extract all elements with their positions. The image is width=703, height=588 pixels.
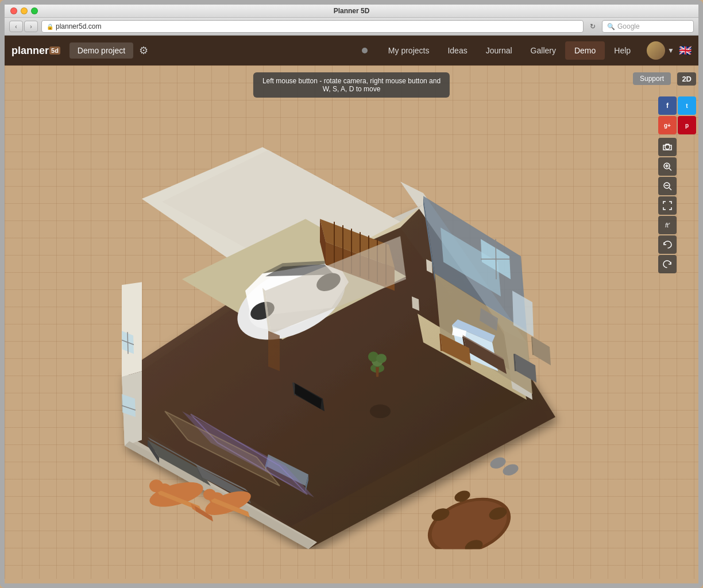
nav-links: My projects Ideas Journal Gallery Demo H… [379,41,640,60]
svg-point-54 [149,479,163,492]
language-flag[interactable]: 🇬🇧 [679,44,692,57]
user-menu-arrow[interactable]: ▼ [667,47,674,55]
svg-marker-71 [376,367,379,377]
svg-marker-80 [532,336,551,365]
app-navbar: planner 5d Demo project ⚙ My projects Id… [5,36,698,65]
right-sidebar: f t g+ p [658,96,696,273]
logo-text: planner [11,45,49,57]
nav-help[interactable]: Help [605,41,640,60]
settings-icon[interactable]: ⚙ [139,44,148,57]
lock-icon: 🔒 [47,24,53,30]
address-bar-row: ‹ › 🔒 planner5d.com ↻ 🔍 Google [5,18,698,35]
googleplus-button[interactable]: g+ [658,116,677,134]
svg-point-70 [376,354,387,363]
undo-button[interactable] [658,235,677,254]
nav-my-projects[interactable]: My projects [379,41,439,60]
measure-button[interactable]: ft' [658,216,677,234]
tooltip-text: Left mouse button - rotate camera, right… [262,77,441,93]
fullscreen-button[interactable] [658,196,677,215]
forward-button[interactable]: › [24,21,38,32]
back-button[interactable]: ‹ [9,21,23,32]
svg-marker-6 [122,282,142,377]
svg-line-106 [669,168,671,171]
search-placeholder: Google [617,22,640,30]
search-icon: 🔍 [607,23,615,30]
address-text: planner5d.com [56,22,101,30]
main-content: Left mouse button - rotate camera, right… [5,65,698,579]
nav-gallery[interactable]: Gallery [522,41,565,60]
refresh-button[interactable]: ↻ [587,21,598,32]
project-name[interactable]: Demo project [69,42,133,59]
maximize-button[interactable] [31,7,38,14]
support-button[interactable]: Support [633,72,671,85]
zoom-in-button[interactable] [658,157,677,176]
title-bar: Planner 5D [5,5,698,18]
measure-label: ft' [665,222,670,229]
screenshot-button[interactable] [658,138,677,156]
close-button[interactable] [10,7,17,14]
nav-buttons: ‹ › [9,21,38,32]
browser-title: Planner 5D [334,7,370,15]
nav-demo[interactable]: Demo [565,41,605,60]
view-2d-button[interactable]: 2D [677,72,696,86]
browser-chrome: Planner 5D ‹ › 🔒 planner5d.com ↻ 🔍 Googl… [5,5,698,36]
svg-line-98 [128,332,128,354]
logo[interactable]: planner 5d [11,45,60,57]
svg-line-110 [669,188,671,190]
svg-point-104 [665,145,670,149]
nav-journal[interactable]: Journal [477,41,522,60]
social-buttons-2: g+ p [658,116,696,134]
zoom-out-button[interactable] [658,177,677,195]
nav-dot [362,48,368,53]
floorplan-3d [67,113,584,549]
twitter-button[interactable]: t [678,96,696,115]
redo-button[interactable] [658,255,677,273]
svg-marker-101 [268,331,280,371]
search-bar[interactable]: 🔍 Google [602,20,694,33]
address-bar[interactable]: 🔒 planner5d.com [41,20,584,33]
pinterest-button[interactable]: p [678,116,696,134]
facebook-button[interactable]: f [658,96,677,115]
minimize-button[interactable] [21,7,28,14]
logo-suffix: 5d [49,47,60,55]
svg-point-60 [203,489,216,500]
floorplan-svg [67,113,584,549]
svg-point-102 [370,404,391,418]
social-buttons: f t [658,96,696,115]
user-avatar[interactable] [647,41,665,60]
nav-ideas[interactable]: Ideas [438,41,476,60]
traffic-lights [10,7,38,14]
tooltip: Left mouse button - rotate camera, right… [253,72,450,98]
